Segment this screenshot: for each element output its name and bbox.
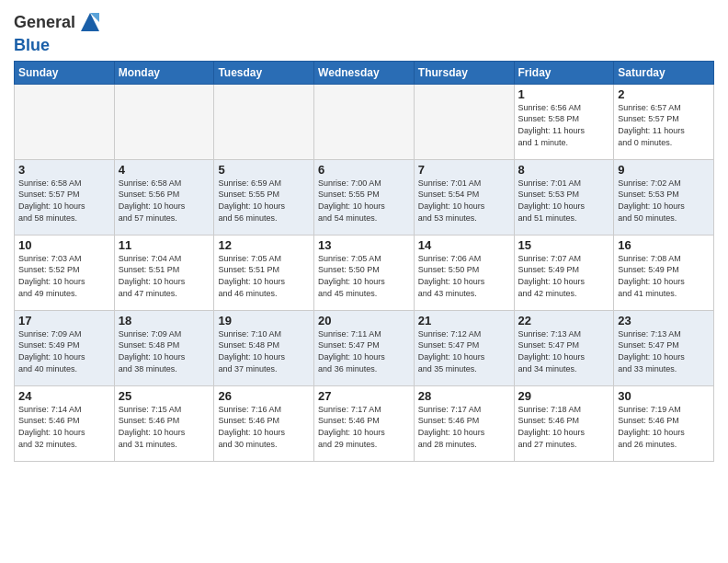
day-info: Sunrise: 7:17 AM Sunset: 5:46 PM Dayligh…	[418, 404, 510, 450]
day-info: Sunrise: 7:16 AM Sunset: 5:46 PM Dayligh…	[218, 404, 310, 450]
day-info: Sunrise: 7:08 AM Sunset: 5:49 PM Dayligh…	[618, 253, 710, 299]
day-number: 20	[318, 314, 410, 327]
day-info: Sunrise: 7:07 AM Sunset: 5:49 PM Dayligh…	[518, 253, 610, 299]
day-number: 17	[18, 314, 110, 327]
week-row-3: 10Sunrise: 7:03 AM Sunset: 5:52 PM Dayli…	[15, 235, 714, 310]
calendar-cell: 20Sunrise: 7:11 AM Sunset: 5:47 PM Dayli…	[314, 310, 415, 385]
calendar-cell: 14Sunrise: 7:06 AM Sunset: 5:50 PM Dayli…	[414, 235, 514, 310]
day-info: Sunrise: 7:05 AM Sunset: 5:51 PM Dayligh…	[218, 253, 310, 299]
calendar-cell: 8Sunrise: 7:01 AM Sunset: 5:53 PM Daylig…	[514, 159, 614, 235]
weekday-header-row: SundayMondayTuesdayWednesdayThursdayFrid…	[15, 61, 714, 84]
day-number: 23	[618, 314, 710, 327]
calendar-cell: 7Sunrise: 7:01 AM Sunset: 5:54 PM Daylig…	[414, 159, 514, 235]
calendar-cell	[214, 84, 314, 159]
week-row-5: 24Sunrise: 7:14 AM Sunset: 5:46 PM Dayli…	[15, 385, 714, 461]
day-number: 6	[318, 163, 410, 177]
calendar-cell: 11Sunrise: 7:04 AM Sunset: 5:51 PM Dayli…	[114, 235, 214, 310]
day-info: Sunrise: 7:13 AM Sunset: 5:47 PM Dayligh…	[518, 328, 610, 374]
day-number: 21	[418, 314, 510, 327]
day-number: 27	[318, 389, 410, 403]
day-number: 25	[119, 389, 210, 403]
calendar-cell: 9Sunrise: 7:02 AM Sunset: 5:53 PM Daylig…	[614, 159, 714, 235]
day-info: Sunrise: 6:57 AM Sunset: 5:57 PM Dayligh…	[618, 102, 710, 148]
calendar-cell: 24Sunrise: 7:14 AM Sunset: 5:46 PM Dayli…	[15, 385, 115, 461]
day-number: 14	[418, 238, 510, 252]
calendar-cell: 2Sunrise: 6:57 AM Sunset: 5:57 PM Daylig…	[614, 84, 714, 159]
calendar-table: SundayMondayTuesdayWednesdayThursdayFrid…	[14, 61, 714, 462]
weekday-header-monday: Monday	[114, 61, 214, 84]
day-info: Sunrise: 7:09 AM Sunset: 5:49 PM Dayligh…	[18, 328, 110, 374]
day-number: 18	[119, 314, 210, 327]
calendar-cell: 17Sunrise: 7:09 AM Sunset: 5:49 PM Dayli…	[15, 310, 115, 385]
day-info: Sunrise: 6:59 AM Sunset: 5:55 PM Dayligh…	[218, 178, 310, 224]
day-number: 11	[119, 238, 210, 252]
day-number: 2	[618, 87, 710, 101]
day-number: 28	[418, 389, 510, 403]
day-info: Sunrise: 7:05 AM Sunset: 5:50 PM Dayligh…	[318, 253, 410, 299]
day-number: 1	[518, 87, 610, 101]
calendar-cell: 5Sunrise: 6:59 AM Sunset: 5:55 PM Daylig…	[214, 159, 314, 235]
calendar-cell	[114, 84, 214, 159]
calendar-cell: 6Sunrise: 7:00 AM Sunset: 5:55 PM Daylig…	[314, 159, 415, 235]
page: General Blue SundayMondayTuesdayWednesda…	[0, 0, 728, 563]
week-row-2: 3Sunrise: 6:58 AM Sunset: 5:57 PM Daylig…	[15, 159, 714, 235]
logo: General Blue	[14, 9, 103, 55]
week-row-1: 1Sunrise: 6:56 AM Sunset: 5:58 PM Daylig…	[15, 84, 714, 159]
day-number: 9	[618, 163, 710, 177]
day-info: Sunrise: 7:01 AM Sunset: 5:54 PM Dayligh…	[418, 178, 510, 224]
logo-icon	[77, 9, 103, 35]
calendar-cell	[414, 84, 514, 159]
day-number: 12	[218, 238, 310, 252]
calendar-cell	[314, 84, 415, 159]
day-info: Sunrise: 6:58 AM Sunset: 5:57 PM Dayligh…	[18, 178, 110, 224]
calendar-cell: 18Sunrise: 7:09 AM Sunset: 5:48 PM Dayli…	[114, 310, 214, 385]
day-info: Sunrise: 7:03 AM Sunset: 5:52 PM Dayligh…	[18, 253, 110, 299]
day-info: Sunrise: 7:14 AM Sunset: 5:46 PM Dayligh…	[18, 404, 110, 450]
logo-blue: Blue	[14, 36, 50, 54]
day-info: Sunrise: 7:02 AM Sunset: 5:53 PM Dayligh…	[618, 178, 710, 224]
day-number: 16	[618, 238, 710, 252]
calendar-cell: 1Sunrise: 6:56 AM Sunset: 5:58 PM Daylig…	[514, 84, 614, 159]
calendar-cell: 27Sunrise: 7:17 AM Sunset: 5:46 PM Dayli…	[314, 385, 415, 461]
calendar-cell	[15, 84, 115, 159]
day-number: 10	[18, 238, 110, 252]
calendar-cell: 30Sunrise: 7:19 AM Sunset: 5:46 PM Dayli…	[614, 385, 714, 461]
day-info: Sunrise: 7:12 AM Sunset: 5:47 PM Dayligh…	[418, 328, 510, 374]
day-info: Sunrise: 7:01 AM Sunset: 5:53 PM Dayligh…	[518, 178, 610, 224]
day-info: Sunrise: 7:15 AM Sunset: 5:46 PM Dayligh…	[119, 404, 210, 450]
weekday-header-thursday: Thursday	[414, 61, 514, 84]
calendar-cell: 12Sunrise: 7:05 AM Sunset: 5:51 PM Dayli…	[214, 235, 314, 310]
day-info: Sunrise: 7:00 AM Sunset: 5:55 PM Dayligh…	[318, 178, 410, 224]
day-info: Sunrise: 7:18 AM Sunset: 5:46 PM Dayligh…	[518, 404, 610, 450]
calendar-cell: 21Sunrise: 7:12 AM Sunset: 5:47 PM Dayli…	[414, 310, 514, 385]
day-info: Sunrise: 7:06 AM Sunset: 5:50 PM Dayligh…	[418, 253, 510, 299]
day-info: Sunrise: 7:13 AM Sunset: 5:47 PM Dayligh…	[618, 328, 710, 374]
day-number: 4	[119, 163, 210, 177]
calendar-cell: 28Sunrise: 7:17 AM Sunset: 5:46 PM Dayli…	[414, 385, 514, 461]
day-number: 30	[618, 389, 710, 403]
day-info: Sunrise: 7:04 AM Sunset: 5:51 PM Dayligh…	[119, 253, 210, 299]
calendar-cell: 25Sunrise: 7:15 AM Sunset: 5:46 PM Dayli…	[114, 385, 214, 461]
weekday-header-sunday: Sunday	[15, 61, 115, 84]
day-info: Sunrise: 7:19 AM Sunset: 5:46 PM Dayligh…	[618, 404, 710, 450]
day-number: 29	[518, 389, 610, 403]
day-number: 3	[18, 163, 110, 177]
week-row-4: 17Sunrise: 7:09 AM Sunset: 5:49 PM Dayli…	[15, 310, 714, 385]
calendar-cell: 19Sunrise: 7:10 AM Sunset: 5:48 PM Dayli…	[214, 310, 314, 385]
calendar-cell: 23Sunrise: 7:13 AM Sunset: 5:47 PM Dayli…	[614, 310, 714, 385]
day-info: Sunrise: 7:10 AM Sunset: 5:48 PM Dayligh…	[218, 328, 310, 374]
calendar-cell: 13Sunrise: 7:05 AM Sunset: 5:50 PM Dayli…	[314, 235, 415, 310]
day-number: 8	[518, 163, 610, 177]
logo-area: General Blue	[14, 9, 103, 55]
calendar-cell: 3Sunrise: 6:58 AM Sunset: 5:57 PM Daylig…	[15, 159, 115, 235]
calendar-cell: 10Sunrise: 7:03 AM Sunset: 5:52 PM Dayli…	[15, 235, 115, 310]
day-info: Sunrise: 7:17 AM Sunset: 5:46 PM Dayligh…	[318, 404, 410, 450]
day-number: 24	[18, 389, 110, 403]
header: General Blue	[14, 9, 714, 55]
day-number: 19	[218, 314, 310, 327]
calendar-cell: 15Sunrise: 7:07 AM Sunset: 5:49 PM Dayli…	[514, 235, 614, 310]
day-number: 26	[218, 389, 310, 403]
day-number: 7	[418, 163, 510, 177]
day-info: Sunrise: 6:58 AM Sunset: 5:56 PM Dayligh…	[119, 178, 210, 224]
calendar-cell: 4Sunrise: 6:58 AM Sunset: 5:56 PM Daylig…	[114, 159, 214, 235]
